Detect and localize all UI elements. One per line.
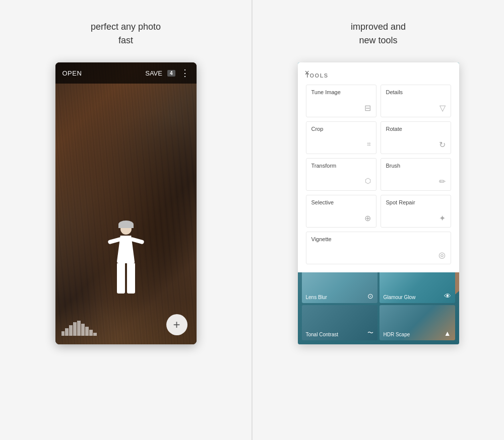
tools-grid: Tune Image ⊟ Details ▽ Crop ⌗ (306, 85, 451, 264)
filter-tonal-contrast-label: Tonal Contrast (306, 332, 338, 337)
tune-image-icon: ⊟ (364, 103, 371, 113)
spot-repair-icon: ✦ (439, 213, 446, 223)
rotate-icon: ↻ (439, 140, 446, 150)
tool-vignette[interactable]: Vignette ◎ (306, 232, 451, 264)
tool-details-label: Details (386, 89, 446, 95)
close-button[interactable]: × (305, 68, 309, 78)
tool-spot-repair-label: Spot Repair (386, 199, 446, 205)
photo-background: + (55, 62, 197, 344)
tonal-contrast-icon: 〜 (367, 329, 373, 337)
tool-selective[interactable]: Selective ⊕ (306, 195, 376, 228)
tool-tune-image-label: Tune Image (311, 89, 371, 95)
phone-mockup: OPEN SAVE 4 ⋮ (55, 62, 197, 344)
histogram-bars (61, 321, 97, 336)
tools-panel: × TOOLS Tune Image ⊟ Details ▽ Cr (298, 62, 459, 272)
filter-glamour-glow-label: Glamour Glow (384, 295, 416, 300)
right-panel-title: improved and new tools (351, 20, 406, 47)
crop-icon: ⌗ (367, 140, 371, 149)
tool-vignette-label: Vignette (311, 236, 446, 242)
app-screenshot: × TOOLS Tune Image ⊟ Details ▽ Cr (298, 62, 459, 344)
filter-tonal-contrast[interactable]: Tonal Contrast 〜 (302, 305, 377, 340)
person-figure (111, 224, 141, 304)
tool-crop[interactable]: Crop ⌗ (306, 121, 376, 154)
tool-spot-repair[interactable]: Spot Repair ✦ (381, 195, 451, 228)
filter-glamour-glow[interactable]: Glamour Glow 👁 (380, 268, 455, 303)
person-legs (117, 263, 135, 294)
leg-left (117, 263, 125, 294)
add-button[interactable]: + (166, 314, 187, 335)
brush-icon: ✏ (439, 177, 446, 186)
tool-rotate[interactable]: Rotate ↻ (381, 121, 451, 154)
tool-brush-label: Brush (386, 163, 446, 169)
tools-section-title: TOOLS (306, 72, 451, 79)
tool-brush[interactable]: Brush ✏ (381, 158, 451, 191)
phone-header-right: SAVE 4 ⋮ (145, 67, 189, 79)
left-panel-title: perfect any photo fast (91, 20, 161, 47)
transform-icon: ⬡ (365, 177, 371, 185)
tool-selective-label: Selective (311, 199, 371, 205)
filter-lens-blur-label: Lens Blur (306, 295, 327, 300)
open-button[interactable]: OPEN (62, 69, 82, 77)
tool-transform[interactable]: Transform ⬡ (306, 158, 376, 191)
filter-hdr-scape-label: HDR Scape (384, 332, 410, 337)
main-container: perfect any photo fast OPEN SAVE 4 ⋮ (0, 0, 504, 440)
lens-blur-icon: ⊙ (367, 292, 373, 300)
filter-lens-blur[interactable]: Lens Blur ⊙ (302, 268, 377, 303)
details-icon: ▽ (439, 103, 446, 113)
more-options-icon[interactable]: ⋮ (180, 67, 190, 79)
tool-rotate-label: Rotate (386, 126, 446, 132)
phone-header: OPEN SAVE 4 ⋮ (55, 62, 197, 84)
tool-tune-image[interactable]: Tune Image ⊟ (306, 85, 376, 117)
save-badge: 4 (167, 70, 175, 77)
save-label[interactable]: SAVE (145, 69, 162, 77)
selective-icon: ⊕ (364, 213, 371, 223)
tool-details[interactable]: Details ▽ (381, 85, 451, 117)
filter-hdr-scape[interactable]: HDR Scape ▲ (380, 305, 455, 340)
right-panel: improved and new tools × TOOLS Tune Imag… (253, 0, 504, 440)
glamour-glow-icon: 👁 (444, 292, 451, 300)
tool-transform-label: Transform (311, 163, 371, 169)
vignette-icon: ◎ (438, 250, 446, 260)
leg-right (127, 263, 135, 294)
filters-grid: Lens Blur ⊙ Glamour Glow 👁 Tonal Contras… (298, 268, 459, 344)
person-head (120, 224, 132, 235)
histogram (61, 321, 97, 338)
hdr-scape-icon: ▲ (444, 329, 451, 337)
tool-crop-label: Crop (311, 126, 371, 132)
left-panel: perfect any photo fast OPEN SAVE 4 ⋮ (0, 0, 252, 440)
